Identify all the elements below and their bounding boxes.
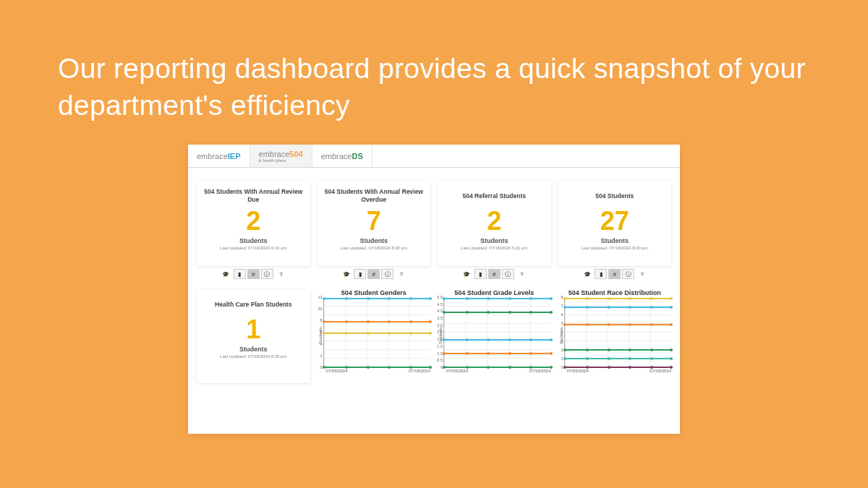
x-start: 07/09/2024 (446, 369, 468, 373)
stat-label: Students (563, 237, 668, 244)
dashboard-content: 504 Students With Annual Review Due 2 St… (188, 168, 680, 389)
stat-label: Students (442, 237, 547, 244)
brand-prefix: embrace (321, 152, 352, 160)
stat-title: 504 Referral Students (442, 188, 547, 204)
bar-chart-icon[interactable]: ▮ (475, 269, 487, 279)
info-icon[interactable]: ⓘ (261, 269, 273, 279)
stat-label: Students (322, 237, 427, 244)
grad-cap-icon[interactable]: 🎓 (340, 269, 352, 279)
stat-value: 2 (442, 207, 547, 236)
bottom-row: Health Care Plan Students 1 Students Las… (197, 289, 671, 383)
chart-plot: 121086420 (323, 298, 431, 367)
grad-cap-icon[interactable]: 🎓 (220, 269, 232, 279)
tab-embrace-iep[interactable]: embraceIEP (188, 145, 250, 167)
chart-xaxis: 07/09/2024 07/18/2024 (323, 369, 431, 373)
brand-prefix: embrace (197, 152, 228, 160)
stat-card-row: 504 Students With Annual Review Due 2 St… (197, 181, 671, 266)
slide-headline: Our reporting dashboard provides a quick… (58, 51, 810, 124)
help-icon[interactable]: ? (516, 269, 528, 279)
stat-card[interactable]: 504 Students With Annual Review Due 2 St… (197, 181, 310, 266)
card-toolbar: 🎓 ▮ # ⓘ ? (197, 269, 310, 279)
healthcare-card-wrap: Health Care Plan Students 1 Students Las… (197, 289, 310, 383)
stat-card[interactable]: 504 Referral Students 2 Students Last Up… (438, 181, 551, 266)
hash-icon[interactable]: # (367, 269, 380, 279)
hash-icon[interactable]: # (608, 269, 621, 279)
x-end: 07/18/2024 (409, 369, 430, 373)
stat-label: Students (201, 237, 306, 244)
brand-subtitle: & health plans (259, 158, 303, 163)
chart-plot: 876543210 (564, 298, 672, 367)
help-icon[interactable]: ? (275, 269, 287, 279)
bar-chart-icon[interactable]: ▮ (595, 269, 607, 279)
x-start: 07/09/2024 (567, 369, 589, 373)
tab-embrace-ds[interactable]: embraceDS (312, 145, 373, 167)
stat-title: 504 Students (563, 188, 668, 204)
brand-suffix: DS (352, 152, 362, 160)
chart-genders: 504 Student Genders Students 121086420 0… (318, 289, 431, 383)
stat-updated: Last Updated: 07/19/2024 9:15 am (201, 246, 306, 250)
stat-title: 504 Students With Annual Review Due (201, 188, 306, 204)
chart-yticks: 121086420 (311, 295, 323, 369)
dashboard-screenshot: embraceIEP embrace504 & health plans emb… (188, 145, 680, 434)
grad-cap-icon[interactable]: 🎓 (581, 269, 593, 279)
product-tabs: embraceIEP embrace504 & health plans emb… (188, 145, 680, 168)
chart-yticks: 5.04.54.03.53.02.52.01.51.00.50 (431, 295, 443, 369)
stat-value: 2 (201, 207, 306, 236)
hash-icon[interactable]: # (488, 269, 501, 279)
grad-cap-icon[interactable]: 🎓 (461, 269, 473, 279)
stat-updated: Last Updated: 07/18/2024 8:30 pm (563, 246, 668, 250)
bar-chart-icon[interactable]: ▮ (354, 269, 366, 279)
stat-title: 504 Students With Annual Review Overdue (322, 188, 427, 204)
stat-value: 27 (563, 207, 668, 236)
chart-title: 504 Student Grade Levels (438, 289, 551, 296)
stat-value: 1 (201, 315, 306, 344)
bar-chart-icon[interactable]: ▮ (234, 269, 246, 279)
info-icon[interactable]: ⓘ (622, 269, 634, 279)
brand-prefix: embrace (259, 150, 290, 158)
stat-title: Health Care Plan Students (201, 296, 306, 312)
card-toolbar: 🎓 ▮ # ⓘ ? (438, 269, 551, 279)
x-end: 07/18/2024 (650, 369, 671, 373)
stat-updated: Last Updated: 07/18/2024 8:30 pm (201, 354, 306, 359)
card-toolbar-row: 🎓 ▮ # ⓘ ? 🎓 ▮ # ⓘ ? 🎓 ▮ # ⓘ ? 🎓 (197, 269, 671, 279)
stat-card[interactable]: Health Care Plan Students 1 Students Las… (197, 289, 310, 383)
stat-updated: Last Updated: 07/18/2024 5:21 pm (442, 246, 547, 250)
chart-xaxis: 07/09/2024 07/18/2024 (443, 369, 551, 373)
stat-label: Students (201, 346, 306, 353)
stat-card[interactable]: 504 Students 27 Students Last Updated: 0… (558, 181, 672, 266)
x-start: 07/09/2024 (326, 369, 348, 373)
stat-updated: Last Updated: 07/18/2024 8:30 pm (322, 246, 427, 250)
chart-grade-levels: 504 Student Grade Levels Students 5.04.5… (438, 289, 551, 383)
chart-xaxis: 07/09/2024 07/18/2024 (564, 369, 672, 373)
help-icon[interactable]: ? (636, 269, 648, 279)
hash-icon[interactable]: # (247, 269, 260, 279)
card-toolbar: 🎓 ▮ # ⓘ ? (558, 269, 672, 279)
stat-value: 7 (322, 207, 427, 236)
info-icon[interactable]: ⓘ (381, 269, 393, 279)
help-icon[interactable]: ? (395, 269, 407, 279)
stat-card[interactable]: 504 Students With Annual Review Overdue … (318, 181, 431, 266)
brand-suffix: 504 (289, 150, 302, 158)
card-toolbar: 🎓 ▮ # ⓘ ? (318, 269, 431, 279)
tab-embrace-504[interactable]: embrace504 & health plans (250, 145, 312, 167)
x-end: 07/18/2024 (529, 369, 550, 373)
info-icon[interactable]: ⓘ (502, 269, 514, 279)
brand-suffix: IEP (228, 152, 241, 160)
chart-yticks: 876543210 (552, 295, 563, 369)
chart-race-distribution: 504 Student Race Distribution Students 8… (558, 289, 672, 383)
chart-title: 504 Student Genders (318, 289, 431, 296)
chart-plot: 5.04.54.03.53.02.52.01.51.00.50 (443, 298, 551, 367)
chart-title: 504 Student Race Distribution (558, 289, 672, 296)
